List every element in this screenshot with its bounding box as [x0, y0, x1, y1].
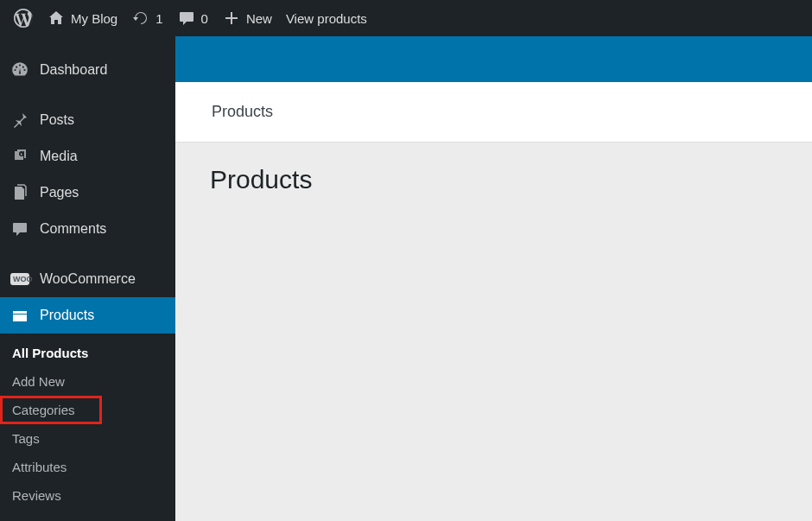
- menu-label: Comments: [40, 221, 106, 237]
- dashboard-icon: [10, 60, 29, 79]
- menu-woocommerce[interactable]: WOO WooCommerce: [0, 261, 175, 297]
- submenu-add-new[interactable]: Add New: [0, 367, 175, 396]
- menu-label: Products: [40, 308, 94, 323]
- submenu-tags[interactable]: Tags: [0, 424, 175, 453]
- products-submenu: All Products Add New Categories Tags Att…: [0, 334, 175, 518]
- admin-sidebar: Dashboard Posts Media Pages Commen: [0, 36, 175, 521]
- updates-count: 1: [155, 11, 162, 26]
- menu-media[interactable]: Media: [0, 138, 175, 175]
- submenu-all-products[interactable]: All Products: [0, 339, 175, 367]
- page-title: Products: [175, 143, 812, 194]
- submenu-categories[interactable]: Categories: [0, 396, 102, 424]
- pin-icon: [10, 111, 29, 130]
- menu-posts[interactable]: Posts: [0, 102, 175, 138]
- products-icon: [10, 306, 29, 325]
- wp-logo[interactable]: [7, 0, 40, 36]
- woocommerce-icon: WOO: [10, 270, 29, 289]
- menu-label: Posts: [40, 112, 74, 128]
- wordpress-icon: [14, 9, 33, 28]
- menu-comments[interactable]: Comments: [0, 211, 175, 247]
- site-name-label: My Blog: [71, 11, 117, 26]
- blue-banner: [175, 36, 812, 82]
- pages-icon: [10, 183, 29, 202]
- new-content-link[interactable]: New: [215, 0, 279, 36]
- admin-toolbar: My Blog 1 0 New View products: [0, 0, 812, 36]
- comment-icon: [177, 9, 196, 28]
- new-content-label: New: [246, 11, 272, 26]
- comments-link[interactable]: 0: [170, 0, 215, 36]
- plus-icon: [222, 9, 241, 28]
- menu-label: Pages: [40, 185, 79, 200]
- submenu-reviews[interactable]: Reviews: [0, 481, 175, 510]
- comments-count: 0: [201, 11, 208, 26]
- comments-icon: [10, 219, 29, 238]
- menu-products[interactable]: Products: [0, 297, 175, 334]
- menu-label: Dashboard: [40, 62, 107, 78]
- media-icon: [10, 147, 29, 166]
- breadcrumb-bar: Products: [175, 82, 812, 143]
- update-icon: [131, 9, 150, 28]
- site-name-link[interactable]: My Blog: [40, 0, 124, 36]
- menu-label: Media: [40, 149, 78, 164]
- breadcrumb: Products: [212, 103, 273, 121]
- submenu-attributes[interactable]: Attributes: [0, 453, 175, 481]
- view-products-label: View products: [286, 11, 367, 26]
- menu-pages[interactable]: Pages: [0, 175, 175, 211]
- home-icon: [47, 9, 66, 28]
- updates-link[interactable]: 1: [124, 0, 169, 36]
- menu-label: WooCommerce: [40, 271, 136, 287]
- menu-dashboard[interactable]: Dashboard: [0, 52, 175, 88]
- content-area: Products Products: [175, 36, 812, 521]
- view-products-link[interactable]: View products: [279, 0, 374, 36]
